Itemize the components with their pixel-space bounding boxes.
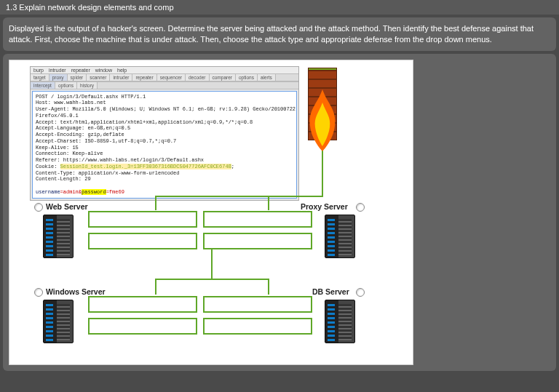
tab-comparer[interactable]: comparer bbox=[210, 74, 236, 81]
subtab-history[interactable]: history bbox=[77, 82, 98, 89]
menu-intruder[interactable]: intruder bbox=[49, 68, 66, 73]
tab-scanner[interactable]: scanner bbox=[87, 74, 110, 81]
req-cookie-v: SessionId_test.login._3=13FF30367316BDC5… bbox=[60, 164, 231, 169]
page-header: 1.3 Explain network design elements and … bbox=[0, 0, 559, 15]
server-icon-db[interactable] bbox=[325, 300, 355, 343]
label-db-server: DB Server bbox=[312, 287, 349, 296]
flame-icon bbox=[304, 89, 341, 151]
dropdown-db-attack[interactable] bbox=[203, 296, 312, 313]
req-line: Connection: Keep-alive bbox=[36, 151, 103, 156]
req-cookie-k: Cookie: bbox=[36, 164, 60, 169]
req-line: Referer: https://www.wahh-labs.net/login… bbox=[36, 157, 204, 163]
tab-proxy[interactable]: proxy bbox=[49, 74, 68, 81]
radio-db-server[interactable] bbox=[356, 288, 365, 297]
tab-options[interactable]: options bbox=[236, 74, 258, 81]
req-line: Accept-Encoding: gzip,deflate bbox=[36, 132, 124, 137]
dropdown-web-defense[interactable] bbox=[88, 233, 197, 249]
req-line: Content-Length: 29 bbox=[36, 176, 91, 182]
req-pass-k: password bbox=[82, 189, 106, 195]
tab-alerts[interactable]: alerts bbox=[258, 74, 276, 81]
menu-repeater[interactable]: repeater bbox=[71, 68, 90, 73]
req-line: Content-Type: application/x-www-form-url… bbox=[36, 170, 179, 176]
tab-intruder[interactable]: intruder bbox=[110, 74, 132, 81]
dropdown-proxy-attack[interactable] bbox=[203, 211, 312, 228]
dropdown-proxy-defense[interactable] bbox=[203, 233, 312, 249]
menu-window[interactable]: window bbox=[95, 68, 112, 73]
menu-bar: burp intruder repeater window help bbox=[31, 67, 298, 73]
radio-proxy-server[interactable] bbox=[356, 203, 365, 212]
req-line: Accept: text/html,application/xhtml+xml,… bbox=[36, 119, 253, 125]
tab-spider[interactable]: spider bbox=[68, 74, 87, 81]
tab-repeater[interactable]: repeater bbox=[132, 74, 156, 81]
req-cookie-e: ; bbox=[231, 164, 234, 169]
subtab-intercept[interactable]: intercept bbox=[31, 82, 55, 89]
wire bbox=[322, 146, 323, 197]
wire bbox=[155, 196, 156, 210]
req-line: Firefox/45.0.1 bbox=[36, 113, 79, 119]
label-proxy-server: Proxy Server bbox=[301, 202, 348, 211]
req-user-v: =admin& bbox=[60, 189, 82, 195]
http-request-body: POST / login/3/Default.ashx HTTP/1.1 Hos… bbox=[32, 91, 297, 199]
wire bbox=[155, 279, 156, 295]
firewall-icon bbox=[301, 68, 344, 148]
diagram-panel: burp intruder repeater window help targe… bbox=[3, 54, 556, 371]
menu-help[interactable]: help bbox=[117, 68, 127, 73]
dropdown-windows-attack[interactable] bbox=[88, 296, 197, 313]
label-web-server: Web Server bbox=[46, 202, 88, 211]
req-line: Host: www.wahh-labs.net bbox=[36, 100, 106, 105]
instructions-panel: Displayed is the output of a hacker's sc… bbox=[3, 17, 556, 51]
server-icon-web[interactable] bbox=[43, 215, 74, 258]
tab-sequencer[interactable]: sequencer bbox=[157, 74, 186, 81]
dropdown-web-attack[interactable] bbox=[88, 211, 197, 228]
wire bbox=[268, 279, 269, 295]
dropdown-db-defense[interactable] bbox=[203, 318, 312, 335]
diagram-canvas: burp intruder repeater window help targe… bbox=[9, 60, 413, 365]
instructions-text: Displayed is the output of a hacker's sc… bbox=[9, 24, 534, 44]
radio-web-server[interactable] bbox=[34, 203, 43, 212]
wire bbox=[155, 196, 323, 197]
wire bbox=[155, 279, 269, 280]
req-line: User-Agent: Mozilla/5.0 (Windows; U; Win… bbox=[36, 106, 296, 112]
req-line: POST / login/3/Default.ashx HTTP/1.1 bbox=[36, 94, 146, 100]
tab-target[interactable]: target bbox=[31, 74, 49, 81]
menu-burp[interactable]: burp bbox=[33, 68, 44, 73]
radio-windows-server[interactable] bbox=[34, 288, 43, 297]
req-line: Keep-Alive: 15 bbox=[36, 145, 79, 151]
req-pass-v: =fme69 bbox=[106, 189, 124, 195]
hacker-tool-window: burp intruder repeater window help targe… bbox=[30, 66, 299, 201]
wire bbox=[268, 196, 269, 210]
dropdown-windows-defense[interactable] bbox=[88, 318, 197, 335]
label-windows-server: Windows Server bbox=[46, 287, 106, 296]
tab-decoder[interactable]: decoder bbox=[186, 74, 210, 81]
server-icon-proxy[interactable] bbox=[325, 215, 355, 258]
wire bbox=[211, 249, 213, 279]
subtab-options[interactable]: options bbox=[55, 82, 77, 89]
server-icon-windows[interactable] bbox=[43, 300, 74, 343]
req-line: Accept-Language: en-GB,en;q=0.5 bbox=[36, 125, 130, 131]
req-line: Accept-Charset: ISO-8859-1,utf-8;q=0.7,*… bbox=[36, 138, 176, 144]
main-tabs: target proxy spider scanner intruder rep… bbox=[31, 73, 298, 81]
sub-tabs: intercept options history bbox=[31, 81, 298, 89]
breadcrumb-title: 1.3 Explain network design elements and … bbox=[6, 3, 174, 12]
req-user-k: username bbox=[36, 189, 60, 195]
